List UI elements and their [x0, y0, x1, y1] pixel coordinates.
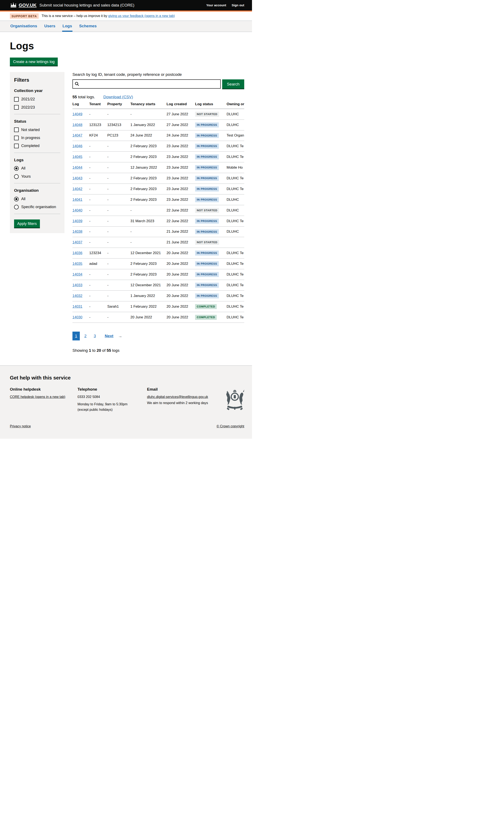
govuk-header: GOV.UK Submit social housing lettings an… [0, 0, 252, 12]
cell-log-created: 20 June 2022 [166, 290, 195, 301]
cell-log: 14035 [73, 259, 89, 269]
your-account-link[interactable]: Your account [206, 3, 226, 7]
log-id-link[interactable]: 14046 [73, 144, 82, 148]
table-row: 14046--2 February 202323 June 2022IN PRO… [73, 141, 244, 151]
showing-to: 20 [97, 348, 101, 353]
log-id-link[interactable]: 14036 [73, 251, 82, 255]
collection-year-legend: Collection year [14, 88, 60, 94]
download-csv-link[interactable]: Download (CSV) [103, 95, 133, 99]
log-id-link[interactable]: 14034 [73, 272, 82, 277]
pagination-next-link[interactable]: Next [102, 332, 116, 341]
service-name[interactable]: Submit social housing lettings and sales… [39, 3, 206, 8]
checkbox-not-started[interactable]: Not started [14, 127, 60, 132]
radio-specific-organisation[interactable]: Specific organisation [14, 205, 60, 209]
nav-tab-users[interactable]: Users [44, 21, 56, 32]
status-badge: IN PROGRESS [195, 219, 219, 224]
log-id-link[interactable]: 14041 [73, 198, 82, 202]
cell-tenancy-starts: - [130, 237, 166, 248]
radio-icon[interactable] [14, 166, 19, 171]
checkbox-completed[interactable]: Completed [14, 143, 60, 148]
col-header-log-status: Log status [195, 101, 227, 109]
status-badge: IN PROGRESS [195, 133, 219, 138]
cell-property: - [107, 280, 130, 290]
feedback-link[interactable]: giving us your feedback (opens in a new … [108, 14, 175, 18]
privacy-notice-link[interactable]: Privacy notice [10, 424, 31, 429]
checkbox-icon[interactable] [14, 97, 19, 102]
cell-owning-organisation: DLUHC Te [227, 184, 244, 194]
cell-property: - [107, 259, 130, 269]
primary-navigation: Organisations Users Logs Schemes [0, 21, 252, 32]
checkbox-icon[interactable] [14, 127, 19, 132]
log-id-link[interactable]: 14033 [73, 283, 82, 287]
status-badge: IN PROGRESS [195, 165, 219, 170]
log-id-link[interactable]: 14045 [73, 155, 82, 159]
checkbox-in-progress[interactable]: In progress [14, 136, 60, 140]
cell-log: 14049 [73, 109, 89, 120]
cell-owning-organisation: DLUHC [227, 109, 244, 120]
cell-property: - [107, 184, 130, 194]
log-id-link[interactable]: 14047 [73, 134, 82, 137]
log-id-link[interactable]: 14037 [73, 240, 82, 244]
nav-tab-organisations[interactable]: Organisations [10, 21, 38, 32]
email-link[interactable]: dluhc.digital-services@levellingup.gov.u… [147, 395, 208, 399]
checkbox-2022-23[interactable]: 2022/23 [14, 105, 60, 110]
table-row: 14043--2 February 202323 June 2022IN PRO… [73, 173, 244, 184]
cell-tenancy-starts: 31 March 2023 [130, 216, 166, 226]
radio-icon[interactable] [14, 205, 19, 209]
radio-logs-yours[interactable]: Yours [14, 174, 60, 179]
log-id-link[interactable]: 14030 [73, 315, 82, 319]
pagination-page-2[interactable]: 2 [82, 332, 89, 341]
cell-log-status: COMPLETED [195, 312, 227, 323]
search-input[interactable] [73, 79, 221, 89]
radio-logs-all[interactable]: All [14, 166, 60, 171]
status-badge: IN PROGRESS [195, 250, 219, 256]
status-badge: COMPLETED [195, 304, 217, 309]
radio-icon[interactable] [14, 197, 19, 201]
log-id-link[interactable]: 14043 [73, 176, 82, 180]
log-id-link[interactable]: 14035 [73, 262, 82, 266]
col-header-property: Property [107, 101, 130, 109]
cell-tenant: - [89, 109, 107, 120]
col-header-tenant: Tenant [89, 101, 107, 109]
core-helpdesk-link[interactable]: CORE helpdesk (opens in a new tab) [10, 395, 65, 399]
cell-log-status: IN PROGRESS [195, 151, 227, 162]
create-lettings-log-button[interactable]: Create a new lettings log [10, 58, 58, 66]
log-id-link[interactable]: 14039 [73, 219, 82, 223]
log-id-link[interactable]: 14032 [73, 294, 82, 298]
arrow-right-icon: → [118, 333, 122, 339]
table-row: 14034--2 February 202320 June 2022IN PRO… [73, 269, 244, 280]
log-id-link[interactable]: 14031 [73, 305, 82, 308]
crown-copyright-link[interactable]: © Crown copyright [217, 424, 244, 429]
cell-log: 14037 [73, 237, 89, 248]
status-badge: IN PROGRESS [195, 154, 219, 159]
cell-owning-organisation: DLUHC [227, 120, 244, 130]
cell-tenant: 123234 [89, 248, 107, 259]
pagination-page-1-current[interactable]: 1 [73, 332, 80, 341]
cell-tenant: - [89, 237, 107, 248]
govuk-logo[interactable]: GOV.UK [10, 2, 37, 8]
log-id-link[interactable]: 14048 [73, 123, 82, 127]
total-count: 55 [73, 95, 77, 99]
cell-property: PC123 [107, 130, 130, 141]
nav-tab-schemes[interactable]: Schemes [79, 21, 97, 32]
log-id-link[interactable]: 14040 [73, 208, 82, 212]
checkbox-icon[interactable] [14, 136, 19, 140]
cell-owning-organisation: DLUHC Te [227, 290, 244, 301]
sign-out-link[interactable]: Sign out [231, 3, 244, 7]
log-id-link[interactable]: 14049 [73, 112, 82, 116]
pagination-page-3[interactable]: 3 [91, 332, 99, 341]
cell-owning-organisation: DLUHC [227, 205, 244, 216]
radio-icon[interactable] [14, 174, 19, 179]
table-row: 14033--12 December 202120 June 2022IN PR… [73, 280, 244, 290]
log-id-link[interactable]: 14044 [73, 165, 82, 169]
radio-organisation-all[interactable]: All [14, 197, 60, 201]
cell-log-created: 23 June 2022 [166, 173, 195, 184]
nav-tab-logs[interactable]: Logs [62, 21, 73, 32]
search-button[interactable]: Search [222, 79, 244, 89]
checkbox-icon[interactable] [14, 144, 19, 148]
log-id-link[interactable]: 14038 [73, 229, 82, 233]
checkbox-2021-22[interactable]: 2021/22 [14, 97, 60, 102]
log-id-link[interactable]: 14042 [73, 187, 82, 191]
checkbox-icon[interactable] [14, 105, 19, 109]
apply-filters-button[interactable]: Apply filters [14, 220, 40, 228]
